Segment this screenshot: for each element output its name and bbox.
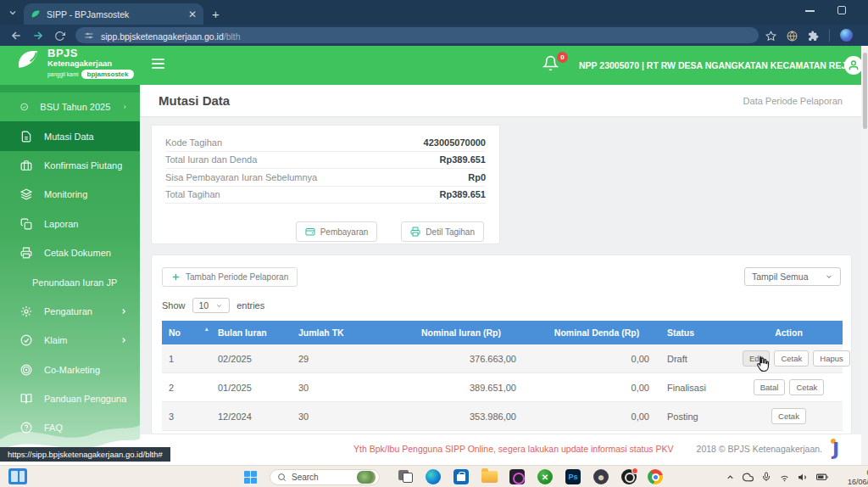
- sidebar-item-label: Konfirmasi Piutang: [44, 160, 122, 171]
- edge-icon[interactable]: [426, 469, 441, 484]
- user-avatar[interactable]: [844, 56, 863, 75]
- xbox-icon[interactable]: ✕: [537, 469, 553, 484]
- menu-hamburger-icon[interactable]: [152, 59, 164, 69]
- col-nominal-iuran[interactable]: Nominal Iuran (Rp): [389, 327, 533, 338]
- sidebar-item-label: BSU Tahun 2025: [40, 102, 110, 112]
- browser-profile-avatar[interactable]: [840, 29, 853, 42]
- onedrive-cloud-icon[interactable]: [743, 472, 754, 483]
- sidebar-item-cetak-dokumen[interactable]: Cetak Dokumen: [0, 238, 140, 267]
- url-field[interactable]: sipp.bpjsketenagakerjaan.go.id/blth: [75, 27, 759, 43]
- widgets-icon[interactable]: [8, 468, 27, 484]
- detil-tagihan-button[interactable]: Detil Tagihan: [401, 221, 484, 242]
- cetak-button[interactable]: Cetak: [789, 379, 824, 395]
- page-scrollbar[interactable]: [861, 46, 868, 465]
- reading-mode-icon[interactable]: [787, 28, 798, 43]
- chrome-icon[interactable]: [648, 469, 663, 484]
- task-view-icon[interactable]: [398, 470, 413, 483]
- copyright-text: 2018 © BPJS Ketenagakerjaan.: [697, 444, 822, 454]
- table-header-row: No▲ Bulan Iuran Jumlah TK Nominal Iuran …: [162, 321, 843, 344]
- hapus-button[interactable]: Hapus: [813, 350, 849, 367]
- npp-account-label[interactable]: NPP 23005070 | RT RW DESA NGANGKATAN KEC…: [579, 60, 842, 70]
- start-button[interactable]: [244, 471, 257, 484]
- windows-taskbar: Search ✕ Ps ☻ 07:5 16/06/202: [0, 465, 868, 487]
- tab-close-icon[interactable]: ✕: [188, 8, 197, 20]
- pembayaran-button[interactable]: Pembayaran: [296, 221, 378, 242]
- entries-label: entries: [236, 300, 264, 311]
- sidebar-item-co-marketing[interactable]: Co-Marketing: [0, 355, 140, 384]
- chevron-right-icon: [120, 336, 128, 344]
- filter-selected-value: Tampil Semua: [752, 271, 809, 282]
- sidebar-item-laporan[interactable]: Laporan: [0, 210, 140, 238]
- opera-gx-icon[interactable]: [509, 469, 525, 484]
- window-maximize-button[interactable]: [837, 6, 846, 14]
- chevron-down-icon: [825, 272, 833, 281]
- back-icon[interactable]: [10, 28, 22, 43]
- sidebar-item-pengaturan[interactable]: Pengaturan: [0, 297, 140, 326]
- taskbar-search[interactable]: Search: [270, 469, 380, 485]
- sidebar-item-monitoring[interactable]: Monitoring: [0, 180, 140, 209]
- tambah-periode-button[interactable]: Tambah Periode Pelaporan: [162, 267, 298, 287]
- taskbar-clock[interactable]: 07:5 16/06/202: [843, 468, 868, 487]
- sidebar-item-mutasi-data[interactable]: Mutasi Data: [0, 121, 140, 150]
- sidebar-item-klaim[interactable]: Klaim: [0, 326, 140, 355]
- new-tab-button[interactable]: +: [212, 7, 220, 21]
- tab-search-caret[interactable]: [5, 5, 20, 20]
- col-nominal-denda[interactable]: Nominal Denda (Rp): [533, 327, 660, 338]
- page-size-select[interactable]: 10: [192, 298, 231, 313]
- site-info-icon[interactable]: [84, 31, 94, 41]
- window-minimize-button[interactable]: [805, 10, 815, 12]
- sidebar-item-bsu-tahun-2025[interactable]: BSU Tahun 2025: [0, 92, 140, 121]
- col-bulan-iuran[interactable]: Bulan Iuran: [211, 327, 292, 338]
- col-action[interactable]: Action: [735, 327, 843, 338]
- marquee-notice: Yth Bpk/Ibu Pengguna SIPP Online, segera…: [353, 444, 673, 454]
- pinned-app-icon[interactable]: ☻: [593, 469, 609, 484]
- battery-icon[interactable]: [816, 471, 828, 483]
- col-no[interactable]: No▲: [162, 327, 211, 338]
- col-status[interactable]: Status: [660, 327, 735, 338]
- microsoft-store-icon[interactable]: [453, 469, 469, 484]
- toolbar-separator: [829, 30, 830, 42]
- tray-chevron-up-icon[interactable]: [726, 473, 735, 482]
- extensions-puzzle-icon[interactable]: [808, 28, 819, 43]
- jmo-logo: J: [827, 437, 849, 462]
- cetak-button[interactable]: Cetak: [771, 408, 806, 424]
- summary-value: Rp0: [468, 172, 486, 182]
- cell-jumlah-tk: 29: [292, 354, 389, 364]
- table-row: 3 12/2024 30 353.986,00 0,00 Posting Cet…: [162, 402, 843, 431]
- sidebar-item-penundaan-iuran-jp[interactable]: Penundaan Iuran JP: [0, 267, 140, 296]
- wifi-icon[interactable]: [779, 472, 790, 483]
- gear-icon: [20, 305, 32, 317]
- billing-summary-card: Kode Tagihan 423005070000 Total Iuran da…: [151, 125, 500, 244]
- browser-tab[interactable]: SIPP - BPJamsostek ✕: [24, 3, 203, 25]
- photoshop-icon[interactable]: Ps: [565, 469, 581, 484]
- search-highlight-image[interactable]: [357, 471, 376, 484]
- recording-badge: [632, 467, 638, 474]
- check-circle-icon: [20, 334, 32, 346]
- bookmark-star-icon[interactable]: [765, 28, 776, 43]
- tambah-periode-label: Tambah Periode Pelaporan: [186, 272, 288, 282]
- cetak-button[interactable]: Cetak: [774, 350, 809, 367]
- cell-nominal-denda: 0,00: [533, 411, 660, 422]
- brand-name-2: Ketenagakerjaan: [47, 59, 134, 68]
- reload-icon[interactable]: [54, 28, 65, 43]
- filter-select[interactable]: Tampil Semua: [744, 267, 841, 286]
- sidebar-item-label: Monitoring: [44, 189, 87, 199]
- printer-icon: [20, 247, 32, 259]
- volume-icon[interactable]: [798, 472, 809, 483]
- sort-asc-icon: ▲: [204, 326, 209, 332]
- file-text-icon: [20, 131, 32, 143]
- sidebar-item-label: Klaim: [44, 335, 68, 345]
- notification-bell[interactable]: 0: [542, 55, 565, 77]
- status-badge: Posting: [660, 411, 735, 422]
- cell-nominal-iuran: 389.651,00: [389, 383, 533, 393]
- sidebar-item-konfirmasi-piutang[interactable]: Konfirmasi Piutang: [0, 151, 140, 180]
- file-explorer-icon[interactable]: [481, 471, 498, 483]
- summary-row: Sisa Pembayaran Iuran Sebelumnya Rp0: [165, 169, 486, 187]
- cell-bulan: 02/2025: [211, 354, 292, 364]
- url-path: /blth: [224, 31, 241, 42]
- batal-button[interactable]: Batal: [754, 379, 786, 395]
- microphone-icon[interactable]: [761, 472, 771, 482]
- summary-label: Sisa Pembayaran Iuran Sebelumnya: [165, 172, 317, 182]
- col-jumlah-tk[interactable]: Jumlah TK: [292, 327, 389, 338]
- forward-icon[interactable]: [32, 28, 44, 43]
